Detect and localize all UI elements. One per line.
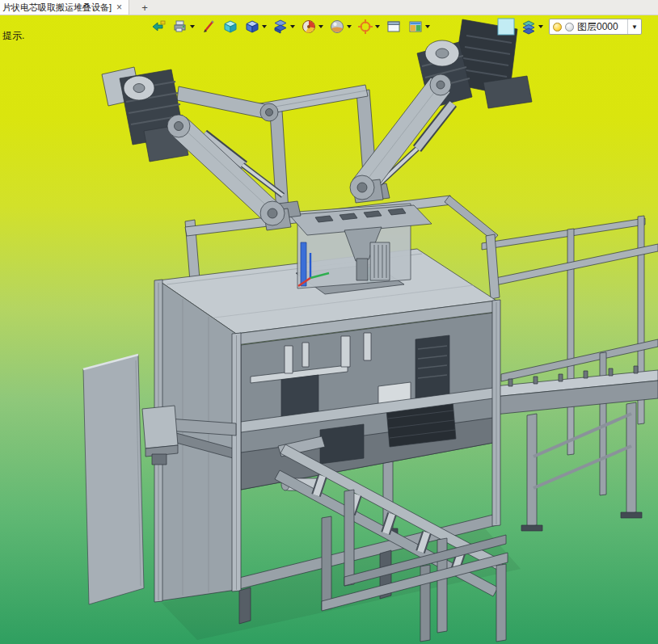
material-sphere-icon[interactable] xyxy=(329,17,352,36)
solid-cube-icon[interactable] xyxy=(222,17,238,36)
display-stack-icon[interactable] xyxy=(521,17,543,36)
dropdown-arrow-icon[interactable] xyxy=(290,25,295,28)
selection-highlight-icon[interactable] xyxy=(497,17,515,36)
dropdown-arrow-icon[interactable] xyxy=(190,25,195,28)
right-robot-arm xyxy=(350,19,532,203)
layer-selector[interactable]: 图层0000 ▼ xyxy=(549,19,642,35)
document-tab[interactable]: 片状电芯吸取搬运堆叠设备] × xyxy=(0,0,129,15)
cad-model-3d[interactable] xyxy=(0,0,658,644)
left-robot-arm xyxy=(102,67,291,230)
dropdown-arrow-icon[interactable] xyxy=(318,25,323,28)
snap-target-icon[interactable] xyxy=(357,17,380,36)
display-style-icon[interactable] xyxy=(172,17,195,36)
color-wheel-icon[interactable] xyxy=(301,17,323,36)
dropdown-arrow-icon[interactable] xyxy=(262,25,267,28)
tab-bar: 片状电芯吸取搬运堆叠设备] × + xyxy=(0,0,658,15)
tab-close-icon[interactable]: × xyxy=(116,2,123,12)
layer-color-sphere-icon[interactable] xyxy=(565,23,574,32)
feature-cube-icon[interactable] xyxy=(244,17,267,36)
dropdown-arrow-icon[interactable] xyxy=(538,25,543,28)
center-feeder-tower xyxy=(289,204,432,288)
boolean-layers-icon[interactable] xyxy=(272,17,295,36)
dropdown-arrow-icon[interactable] xyxy=(347,25,352,28)
left-side-panel xyxy=(83,355,144,604)
dropdown-arrow-icon[interactable] xyxy=(375,25,380,28)
open-file-icon[interactable] xyxy=(150,17,167,36)
view-window-icon[interactable] xyxy=(386,17,402,36)
new-tab-button[interactable]: + xyxy=(136,0,154,15)
main-toolbar: 图层0000 ▼ xyxy=(0,15,658,38)
document-tab-title: 片状电芯吸取搬运堆叠设备] xyxy=(2,2,112,14)
layer-visibility-bulb-icon[interactable] xyxy=(553,23,562,32)
dropdown-arrow-icon[interactable] xyxy=(425,25,430,28)
render-window-icon[interactable] xyxy=(407,17,430,36)
sketch-pen-icon[interactable] xyxy=(200,17,217,36)
layer-dropdown-arrow-icon[interactable]: ▼ xyxy=(627,19,638,34)
layer-name: 图层0000 xyxy=(577,20,624,34)
